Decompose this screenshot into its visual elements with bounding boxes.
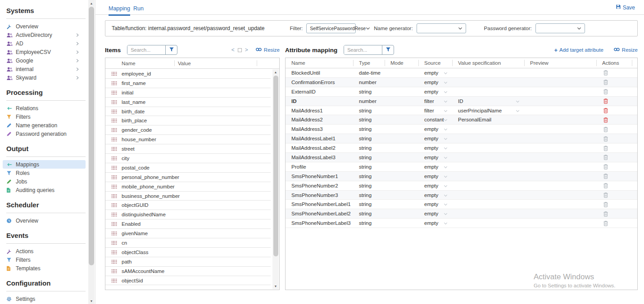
delete-attribute-button[interactable] <box>603 126 608 132</box>
item-row-initial[interactable]: initial <box>105 88 271 98</box>
scroll-up-icon[interactable]: ▲ <box>272 69 279 75</box>
drag-handle-icon[interactable] <box>111 184 117 189</box>
source-select[interactable]: empty <box>418 80 452 85</box>
sidebar-item-overview[interactable]: Overview <box>3 22 86 31</box>
column-header-mode[interactable]: Mode <box>385 58 418 68</box>
item-row-birth-place[interactable]: birth_place <box>105 116 271 125</box>
drag-handle-icon[interactable] <box>111 194 117 198</box>
item-row-distinguishedname[interactable]: distinguishedName <box>105 210 271 219</box>
source-select[interactable]: empty <box>418 136 452 141</box>
item-row-gender-code[interactable]: gender_code <box>105 125 271 135</box>
drag-handle-icon[interactable] <box>111 90 117 95</box>
mapping-row-mailaddresslabel3[interactable]: MailAddressLabel3stringempty <box>286 153 637 162</box>
mapping-filter-button[interactable] <box>382 45 394 54</box>
drag-handle-icon[interactable] <box>111 137 117 142</box>
sidebar-item-roles[interactable]: Roles <box>3 169 86 177</box>
item-row-city[interactable]: city <box>105 154 271 163</box>
mapping-search-input[interactable] <box>344 45 382 54</box>
item-row-employee-id[interactable]: employee_id <box>105 69 271 79</box>
item-row-cn[interactable]: cn <box>105 238 271 248</box>
sidebar-item-auditing-queries[interactable]: Auditing queries <box>3 186 86 194</box>
chevron-right-icon[interactable] <box>76 49 79 55</box>
sidebar-item-templates[interactable]: Templates <box>3 264 86 273</box>
mapping-row-mailaddresslabel2[interactable]: MailAddressLabel2stringempty <box>286 143 637 153</box>
chevron-right-icon[interactable] <box>76 67 79 72</box>
item-row-objectguid[interactable]: objectGUID <box>105 201 271 210</box>
drag-handle-icon[interactable] <box>111 222 117 226</box>
drag-handle-icon[interactable] <box>111 81 117 85</box>
save-button[interactable]: Save <box>616 4 635 11</box>
item-row-personal-phone-number[interactable]: personal_phone_number <box>105 173 271 182</box>
column-header-preview[interactable]: Preview <box>524 58 596 68</box>
mapping-row-mailaddress2[interactable]: MailAddress2stringconstantPersonalEmail <box>286 115 637 125</box>
delete-attribute-button[interactable] <box>603 201 608 207</box>
prev-page-icon[interactable]: < <box>231 47 235 53</box>
items-scrollbar-thumb[interactable] <box>273 76 278 256</box>
current-page-icon[interactable] <box>238 48 242 52</box>
add-target-attribute-button[interactable]: + Add target attribute <box>554 47 603 54</box>
sidebar-item-activedirectory[interactable]: ActiveDirectory <box>3 31 86 39</box>
chevron-right-icon[interactable] <box>76 32 79 38</box>
source-select[interactable]: empty <box>418 183 452 188</box>
mapping-row-smsphonenumber3[interactable]: SmsPhoneNumber3stringempty <box>286 191 637 200</box>
chevron-right-icon[interactable] <box>76 41 79 46</box>
sidebar-item-internal[interactable]: internal <box>3 65 86 73</box>
source-select[interactable]: empty <box>418 145 452 151</box>
name-generator-select[interactable] <box>417 23 466 33</box>
sidebar-item-settings[interactable]: Settings <box>3 295 86 303</box>
mapping-row-blockeduntil[interactable]: BlockedUntildate-timeempty <box>286 68 637 78</box>
sidebar-scrollbar-thumb[interactable] <box>89 7 94 265</box>
sidebar-item-password-generation[interactable]: Password generation <box>3 130 86 138</box>
delete-attribute-button[interactable] <box>603 136 608 142</box>
delete-attribute-button[interactable] <box>603 192 608 198</box>
drag-handle-icon[interactable] <box>111 165 117 170</box>
item-row-house-number[interactable]: house_number <box>105 135 271 144</box>
delete-attribute-button[interactable] <box>603 98 608 104</box>
drag-handle-icon[interactable] <box>111 231 117 236</box>
sidebar-item-jobs[interactable]: Jobs <box>3 177 86 186</box>
drag-handle-icon[interactable] <box>111 156 117 161</box>
drag-handle-icon[interactable] <box>111 241 117 245</box>
value-specification[interactable]: userPrincipalName <box>452 108 524 113</box>
items-resize-button[interactable]: Resize <box>255 47 280 53</box>
mapping-row-mailaddress3[interactable]: MailAddress3stringempty <box>286 125 637 134</box>
column-header-value-specification[interactable]: Value specification <box>452 58 524 68</box>
drag-handle-icon[interactable] <box>111 147 117 151</box>
sidebar-scrollbar[interactable]: ▲ ▼ <box>88 0 95 304</box>
sidebar-item-ad[interactable]: AD <box>3 39 86 48</box>
scroll-up-icon[interactable]: ▲ <box>88 0 95 6</box>
items-scrollbar[interactable]: ▲ ▼ <box>272 69 279 289</box>
item-row-business-phone-number[interactable]: business_phone_number <box>105 192 271 201</box>
tab-run[interactable]: Run <box>133 5 144 14</box>
source-select[interactable]: empty <box>418 201 452 207</box>
source-select[interactable]: empty <box>418 174 452 179</box>
column-header-actions[interactable]: Actions <box>596 58 637 68</box>
item-row-postal-code[interactable]: postal_code <box>105 163 271 173</box>
mapping-resize-button[interactable]: Resize <box>613 47 638 53</box>
source-select[interactable]: empty <box>418 164 452 170</box>
delete-attribute-button[interactable] <box>603 70 608 76</box>
drag-handle-icon[interactable] <box>111 269 117 273</box>
column-header-source[interactable]: Source <box>418 58 452 68</box>
drag-handle-icon[interactable] <box>111 203 117 207</box>
item-row-street[interactable]: street <box>105 144 271 154</box>
delete-attribute-button[interactable] <box>603 220 608 226</box>
mapping-row-mailaddresslabel1[interactable]: MailAddressLabel1stringempty <box>286 134 637 143</box>
sidebar-item-mappings[interactable]: Mappings <box>3 160 86 169</box>
sidebar-item-filters[interactable]: Filters <box>3 255 86 264</box>
source-select[interactable]: empty <box>418 155 452 160</box>
source-select[interactable]: empty <box>418 211 452 216</box>
sidebar-item-overview[interactable]: Overview <box>3 216 86 225</box>
column-header-name[interactable]: Name <box>105 58 174 68</box>
scroll-down-icon[interactable]: ▼ <box>88 298 95 304</box>
chevron-right-icon[interactable] <box>76 75 79 80</box>
sidebar-item-filters[interactable]: Filters <box>3 112 86 121</box>
sidebar-item-actions[interactable]: Actions <box>3 247 86 255</box>
drag-handle-icon[interactable] <box>111 259 117 264</box>
drag-handle-icon[interactable] <box>111 118 117 123</box>
value-specification[interactable]: ID <box>452 98 524 104</box>
filter-select[interactable]: SelfServicePasswordRese <box>306 23 356 33</box>
delete-attribute-button[interactable] <box>603 79 608 85</box>
item-row-mobile-phone-number[interactable]: mobile_phone_number <box>105 182 271 192</box>
drag-handle-icon[interactable] <box>111 128 117 132</box>
